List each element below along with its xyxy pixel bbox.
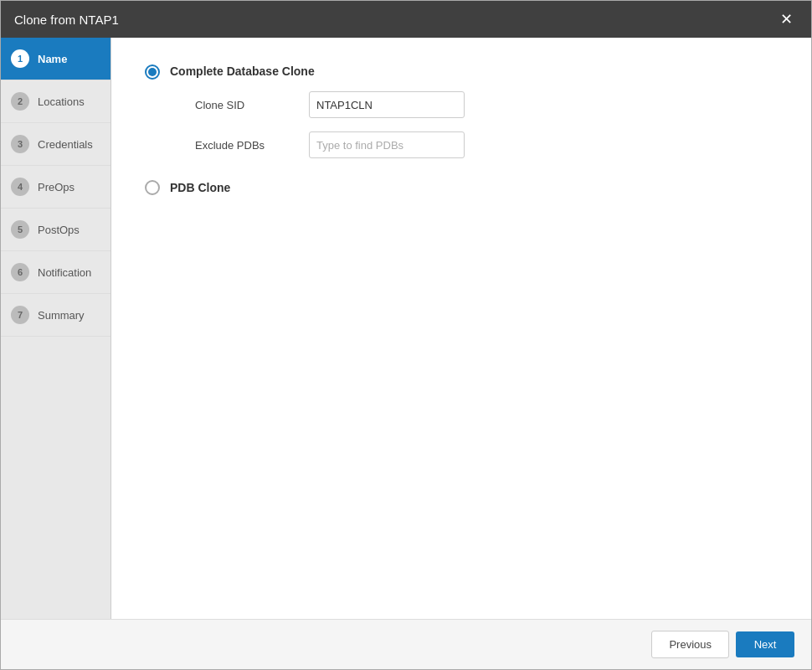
main-content: Complete Database Clone Clone SID Exclud… <box>111 38 811 619</box>
next-button[interactable]: Next <box>736 631 794 657</box>
dialog-header: Clone from NTAP1 ✕ <box>1 1 811 38</box>
previous-button[interactable]: Previous <box>651 631 729 658</box>
sidebar-item-preops[interactable]: 4 PreOps <box>1 166 110 209</box>
sidebar-item-postops[interactable]: 5 PostOps <box>1 209 110 251</box>
sidebar-label-postops: PostOps <box>38 224 80 236</box>
sidebar-label-preops: PreOps <box>38 181 75 193</box>
clone-dialog: Clone from NTAP1 ✕ 1 Name 2 Locations 3 … <box>0 0 812 670</box>
pdb-clone-radio[interactable] <box>145 180 160 195</box>
sidebar: 1 Name 2 Locations 3 Credentials 4 PreOp… <box>1 38 111 619</box>
close-button[interactable]: ✕ <box>775 10 798 28</box>
sidebar-label-summary: Summary <box>38 309 85 322</box>
sidebar-item-summary[interactable]: 7 Summary <box>1 294 110 337</box>
complete-clone-label: Complete Database Clone <box>170 64 465 78</box>
complete-clone-fields: Clone SID Exclude PDBs <box>195 91 465 158</box>
dialog-footer: Previous Next <box>1 619 811 669</box>
pdb-clone-option: PDB Clone <box>145 178 778 195</box>
sidebar-item-locations[interactable]: 2 Locations <box>1 80 110 123</box>
step-number-1: 1 <box>11 49 29 68</box>
sidebar-item-notification[interactable]: 6 Notification <box>1 251 110 294</box>
complete-clone-radio[interactable] <box>145 64 160 80</box>
sidebar-item-credentials[interactable]: 3 Credentials <box>1 123 110 166</box>
dialog-title: Clone from NTAP1 <box>14 13 119 27</box>
exclude-pdbs-input[interactable] <box>309 131 465 158</box>
step-number-4: 4 <box>11 178 29 196</box>
sidebar-label-credentials: Credentials <box>38 138 93 151</box>
step-number-3: 3 <box>11 135 29 153</box>
sidebar-item-name[interactable]: 1 Name <box>1 38 110 80</box>
exclude-pdbs-row: Exclude PDBs <box>195 131 465 158</box>
sidebar-label-notification: Notification <box>38 266 91 279</box>
clone-sid-row: Clone SID <box>195 91 465 118</box>
step-number-6: 6 <box>11 263 29 281</box>
exclude-pdbs-label: Exclude PDBs <box>195 139 296 152</box>
sidebar-label-locations: Locations <box>38 95 85 108</box>
dialog-body: 1 Name 2 Locations 3 Credentials 4 PreOp… <box>1 38 811 619</box>
pdb-clone-label: PDB Clone <box>170 181 230 194</box>
clone-sid-input[interactable] <box>309 91 465 118</box>
step-number-5: 5 <box>11 220 29 239</box>
step-number-2: 2 <box>11 92 29 111</box>
sidebar-label-name: Name <box>38 53 67 65</box>
clone-sid-label: Clone SID <box>195 99 296 111</box>
complete-clone-option: Complete Database Clone Clone SID Exclud… <box>145 63 778 158</box>
step-number-7: 7 <box>11 306 29 324</box>
